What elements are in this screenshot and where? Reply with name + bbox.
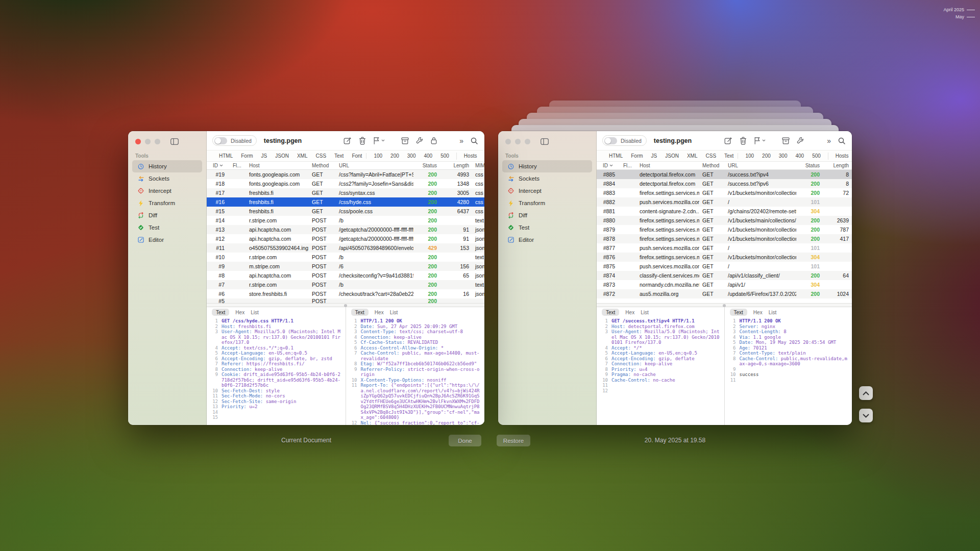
sidebar-item-sockets[interactable]: Sockets: [132, 172, 202, 185]
table-row[interactable]: #7r.stripe.comPOST/b200text: [207, 280, 484, 289]
stacked-version-window[interactable]: [549, 101, 801, 107]
stacked-version-window[interactable]: [519, 119, 831, 125]
column-header-length[interactable]: Length: [823, 163, 852, 168]
table-row[interactable]: #5POST200: [207, 298, 484, 303]
table-row[interactable]: #885detectportal.firefox.comGET/success.…: [597, 170, 852, 179]
lock-icon[interactable]: [431, 137, 437, 144]
filter-type-json[interactable]: JSON: [271, 153, 293, 159]
pane-tab-text[interactable]: Text: [730, 309, 747, 316]
filter-type-json[interactable]: JSON: [661, 153, 683, 159]
newer-version-button[interactable]: [859, 386, 873, 400]
archive-icon[interactable]: [401, 137, 409, 144]
sidebar-item-transform[interactable]: Transform: [132, 197, 202, 209]
minimize-button[interactable]: [145, 139, 151, 144]
column-header-host[interactable]: Host: [246, 163, 309, 168]
compose-icon[interactable]: [344, 137, 352, 145]
table-row[interactable]: #873normandy.cdn.mozilla.netGET/api/v1/3…: [597, 280, 852, 289]
filter-type-js[interactable]: JS: [647, 153, 662, 159]
filter-status-100[interactable]: 100: [741, 153, 758, 159]
filter-type-text[interactable]: Text: [720, 153, 738, 159]
flag-icon[interactable]: [373, 137, 385, 144]
hosts-filter[interactable]: Hosts: [831, 153, 852, 159]
table-row[interactable]: #12api.hcaptcha.comPOST/getcaptcha/20000…: [207, 234, 484, 243]
table-row[interactable]: #884detectportal.firefox.comGET/success.…: [597, 179, 852, 188]
proxy-toggle[interactable]: Disabled: [212, 135, 257, 146]
table-row[interactable]: #876firefox.settings.services.m...GET/v1…: [597, 253, 852, 262]
pane-splitter[interactable]: [207, 303, 484, 307]
pane-tab-hex[interactable]: Hex: [753, 310, 763, 315]
table-row[interactable]: #10r.stripe.comPOST/b200text: [207, 253, 484, 262]
done-button[interactable]: Done: [449, 435, 481, 446]
pane-tab-text[interactable]: Text: [602, 309, 619, 316]
filter-status-400[interactable]: 400: [420, 153, 436, 159]
pane-tab-hex[interactable]: Hex: [375, 310, 384, 315]
table-row[interactable]: #9m.stripe.comPOST/6200156json: [207, 262, 484, 271]
filter-type-xml[interactable]: XML: [683, 153, 702, 159]
filter-type-form[interactable]: Form: [627, 153, 647, 159]
table-row[interactable]: #882push.services.mozilla.comGET/101: [597, 197, 852, 207]
pane-tab-hex[interactable]: Hex: [235, 310, 244, 315]
sidebar-item-history[interactable]: History: [132, 160, 202, 172]
column-header-id[interactable]: ID: [207, 163, 230, 168]
pane-tab-text[interactable]: Text: [212, 309, 229, 316]
archive-icon[interactable]: [782, 137, 790, 144]
pane-splitter[interactable]: [597, 303, 852, 307]
column-header-host[interactable]: Host: [636, 163, 699, 168]
column-header-id[interactable]: ID: [597, 163, 620, 168]
table-row[interactable]: #877push.services.mozilla.comGET/101: [597, 243, 852, 253]
overflow-icon[interactable]: »: [459, 137, 463, 144]
filter-status-400[interactable]: 400: [791, 153, 808, 159]
minimize-button[interactable]: [515, 139, 521, 144]
toggle-switch[interactable]: [604, 137, 617, 144]
close-button[interactable]: [505, 139, 511, 144]
proxy-toggle[interactable]: Disabled: [602, 135, 647, 146]
table-row[interactable]: #878firefox.settings.services.m...GET/v1…: [597, 234, 852, 243]
table-row[interactable]: #874classify-client.services.mo...GET/ap…: [597, 271, 852, 280]
column-header-status[interactable]: Status: [796, 163, 823, 168]
filter-status-500[interactable]: 500: [808, 153, 825, 159]
request-body[interactable]: 1GET /success.txt?ipv4 HTTP/1.12Host: de…: [597, 317, 724, 425]
filter-status-200[interactable]: 200: [758, 153, 775, 159]
trash-icon[interactable]: [359, 137, 366, 145]
sidebar-toggle-icon[interactable]: [170, 138, 179, 145]
column-header-length[interactable]: Length: [440, 163, 472, 168]
overflow-icon[interactable]: »: [827, 137, 831, 144]
wrench-icon[interactable]: [797, 137, 804, 144]
pane-tab-list[interactable]: List: [251, 310, 259, 315]
filter-status-500[interactable]: 500: [436, 153, 453, 159]
column-header-url[interactable]: URL: [336, 163, 413, 168]
zoom-button[interactable]: [525, 139, 530, 144]
request-body[interactable]: 1GET /css/hyde.css HTTP/1.12Host: freshb…: [207, 317, 346, 425]
table-row[interactable]: #17freshbits.fiGET/css/syntax.css2003005…: [207, 188, 484, 197]
table-row[interactable]: #875push.services.mozilla.comGET/101: [597, 262, 852, 271]
column-header-url[interactable]: URL: [725, 163, 796, 168]
column-header-fl[interactable]: Fl...: [620, 163, 636, 168]
filter-status-300[interactable]: 300: [403, 153, 420, 159]
sidebar-item-editor[interactable]: Editor: [502, 234, 592, 246]
column-header-fl[interactable]: Fl...: [230, 163, 246, 168]
filter-type-form[interactable]: Form: [237, 153, 257, 159]
column-header-mime[interactable]: MIME: [472, 163, 484, 168]
table-row[interactable]: #16freshbits.fiGET/css/hyde.css2004280cs…: [207, 197, 484, 207]
column-header-method[interactable]: Method: [309, 163, 336, 168]
filter-type-js[interactable]: JS: [257, 153, 272, 159]
stacked-version-window[interactable]: [511, 125, 839, 131]
hosts-filter[interactable]: Hosts: [460, 153, 481, 159]
close-button[interactable]: [135, 139, 141, 144]
stacked-version-window[interactable]: [527, 113, 823, 119]
pane-tab-list[interactable]: List: [769, 310, 777, 315]
filter-status-200[interactable]: 200: [386, 153, 403, 159]
request-table[interactable]: #885detectportal.firefox.comGET/success.…: [597, 170, 852, 303]
table-row[interactable]: #11o4505075539902464.ing...POST/api/4505…: [207, 243, 484, 253]
filter-type-html[interactable]: HTML: [605, 153, 627, 159]
sidebar-toggle-icon[interactable]: [541, 138, 549, 145]
trash-icon[interactable]: [740, 137, 747, 145]
sidebar-item-intercept[interactable]: Intercept: [502, 185, 592, 197]
zoom-button[interactable]: [155, 139, 160, 144]
filter-type-css[interactable]: CSS: [311, 153, 330, 159]
pane-tab-list[interactable]: List: [390, 310, 398, 315]
sidebar-item-diff[interactable]: Diff: [502, 209, 592, 221]
table-row[interactable]: #879firefox.settings.services.m...GET/v1…: [597, 225, 852, 234]
filter-type-css[interactable]: CSS: [701, 153, 720, 159]
sidebar-item-sockets[interactable]: Sockets: [502, 172, 592, 185]
